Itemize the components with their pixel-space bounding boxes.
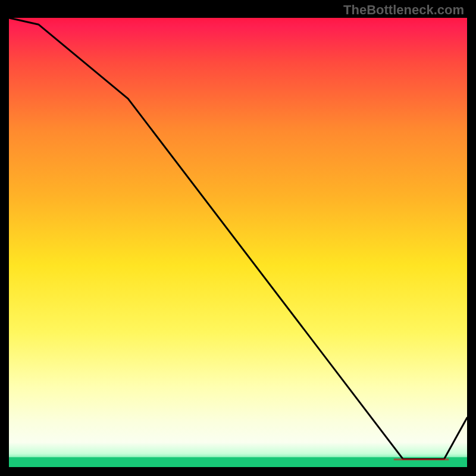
marker-strip <box>394 459 449 461</box>
frame-left <box>0 0 9 476</box>
frame-right <box>467 0 476 476</box>
chart-svg <box>0 0 476 476</box>
watermark-text: TheBottleneck.com <box>343 2 464 18</box>
frame-bottom <box>0 467 476 476</box>
chart-container: TheBottleneck.com <box>0 0 476 476</box>
